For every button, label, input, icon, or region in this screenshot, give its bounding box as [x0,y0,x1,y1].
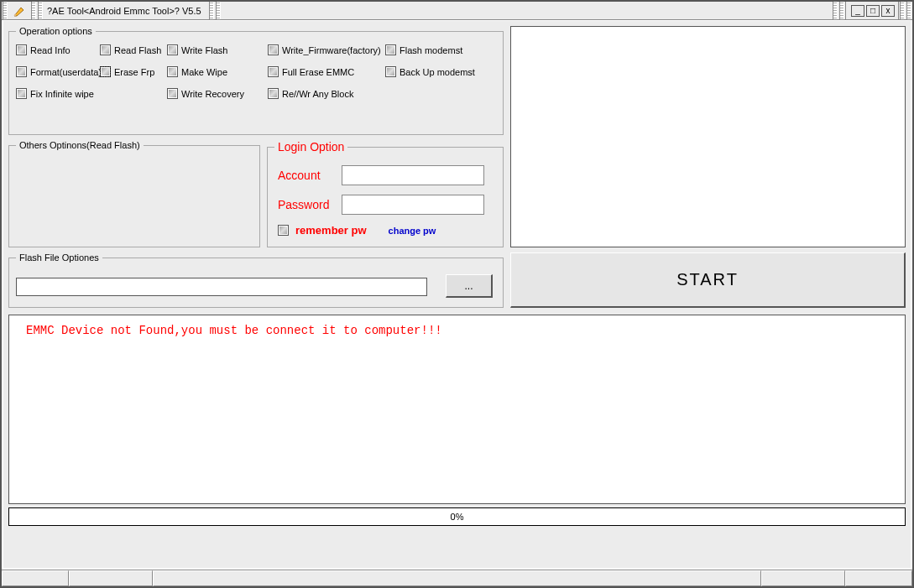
write-firmware-label: Write_Firmware(factory) [282,45,381,55]
maximize-button[interactable]: □ [866,5,880,17]
statusbar-cell [845,570,912,586]
fix-infinite-wipe-checkbox[interactable]: Fix Infinite wipe [16,88,100,99]
operation-options-group: Operation options Read Info Read Flash W… [8,26,504,135]
login-legend: Login Option [274,140,347,154]
write-recovery-label: Write Recovery [181,89,244,99]
titlebar-grip [900,2,905,19]
title-bar: ?AE Tool<Android Emmc Tool>? V5.5 _ □ x [2,2,912,20]
login-option-group: Login Option Account Password [267,140,504,247]
account-input[interactable] [342,165,484,185]
flash-file-legend: Flash File Optiones [16,252,102,263]
titlebar-grip [3,2,8,19]
password-label: Password [278,198,342,211]
backup-modemst-checkbox[interactable]: Back Up modemst [385,66,494,77]
write-recovery-checkbox[interactable]: Write Recovery [167,88,259,99]
preview-panel [510,26,906,247]
titlebar-grip [209,2,214,19]
titlebar-grip [906,2,911,19]
flash-file-path-input[interactable] [16,278,427,296]
titlebar-grip [839,2,844,19]
browse-button[interactable]: ... [446,274,493,298]
statusbar-cell [2,570,69,586]
read-info-checkbox[interactable]: Read Info [16,44,100,55]
password-input[interactable] [342,195,484,215]
format-userdata-label: Format(userdata) [30,67,102,77]
write-flash-label: Write Flash [181,45,227,55]
full-erase-emmc-label: Full Erase EMMC [282,67,354,77]
others-options-legend: Others Optinons(Read Flash) [16,140,144,150]
titlebar-grip [38,2,43,19]
flash-modemst-label: Flash modemst [400,45,462,55]
rewr-any-block-label: Re//Wr Any Block [282,89,353,99]
write-firmware-checkbox[interactable]: Write_Firmware(factory) [268,44,385,55]
progress-text: 0% [451,512,464,522]
window-title: ?AE Tool<Android Emmc Tool>? V5.5 [44,2,208,19]
client-area: Operation options Read Info Read Flash W… [3,21,911,568]
titlebar-grip [833,2,838,19]
operation-options-legend: Operation options [16,26,96,36]
window-controls: _ □ x [845,2,899,19]
start-button[interactable]: START [510,252,906,308]
make-wipe-label: Make Wipe [181,67,227,77]
flash-file-options-group: Flash File Optiones ... [8,252,504,308]
fix-infinite-wipe-label: Fix Infinite wipe [30,89,94,99]
app-icon [12,3,27,18]
rewr-any-block-checkbox[interactable]: Re//Wr Any Block [268,88,385,99]
others-options-group: Others Optinons(Read Flash) [8,140,260,247]
statusbar-cell [153,570,761,586]
flash-modemst-checkbox[interactable]: Flash modemst [385,44,494,55]
remember-pw-checkbox[interactable]: remember pw [278,224,367,237]
write-flash-checkbox[interactable]: Write Flash [167,44,259,55]
close-button[interactable]: x [881,5,895,17]
status-bar [2,570,912,586]
account-label: Account [278,169,342,182]
backup-modemst-label: Back Up modemst [400,67,475,77]
titlebar-spacer [222,2,832,19]
read-info-label: Read Info [30,45,71,55]
erase-frp-label: Erase Frp [114,67,154,77]
app-window-frame: ?AE Tool<Android Emmc Tool>? V5.5 _ □ x … [0,0,914,588]
read-flash-label: Read Flash [114,45,161,55]
titlebar-grip [216,2,221,19]
svg-point-0 [14,13,16,15]
full-erase-emmc-checkbox[interactable]: Full Erase EMMC [268,66,385,77]
statusbar-cell [69,570,153,586]
log-output[interactable]: EMMC Device not Found,you must be connec… [8,315,906,504]
make-wipe-checkbox[interactable]: Make Wipe [167,66,259,77]
statusbar-cell [761,570,845,586]
titlebar-grip [31,2,36,19]
format-userdata-checkbox[interactable]: Format(userdata) [16,66,100,77]
remember-pw-label: remember pw [295,224,367,237]
change-pw-link[interactable]: change pw [389,226,436,236]
progress-bar: 0% [8,507,906,526]
erase-frp-checkbox[interactable]: Erase Frp [100,66,167,77]
minimize-button[interactable]: _ [851,5,864,17]
read-flash-checkbox[interactable]: Read Flash [100,44,167,55]
